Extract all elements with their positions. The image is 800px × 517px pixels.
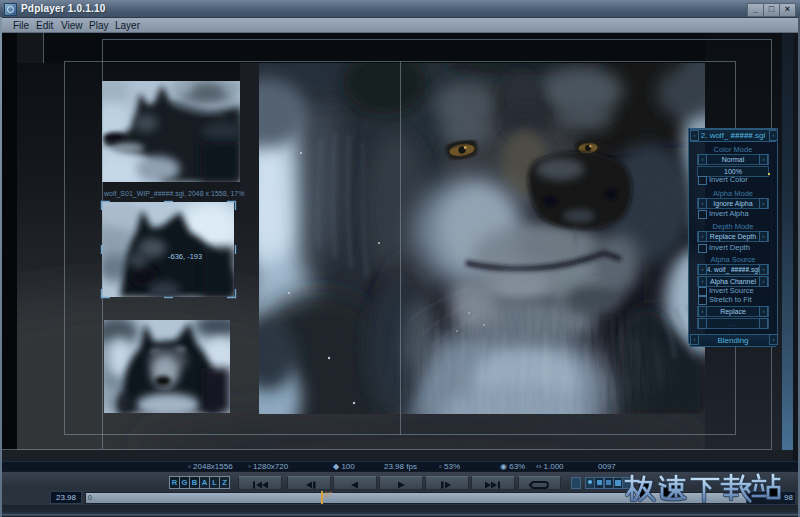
- svg-text:wolf_S01_WIP_#####.sgi, 2048 x: wolf_S01_WIP_#####.sgi, 2048 x 1558, 17%: [103, 190, 245, 198]
- svg-text:-636, -193: -636, -193: [168, 252, 202, 261]
